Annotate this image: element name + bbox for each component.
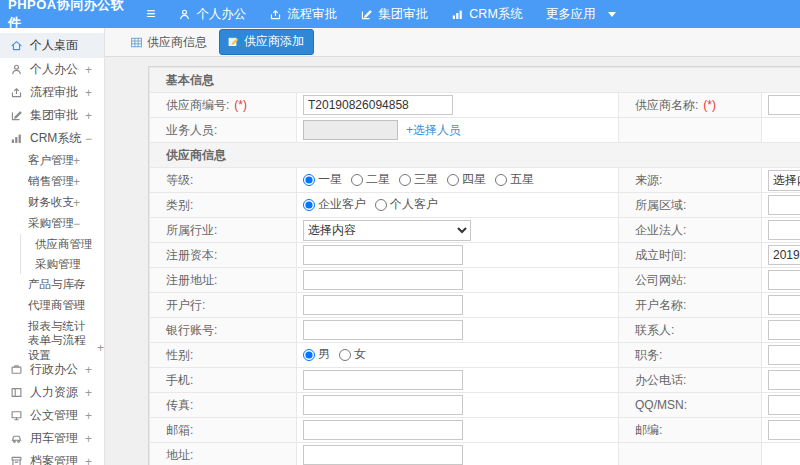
expand-toggle[interactable]: + — [85, 386, 92, 400]
sidebar-item-archive-mgmt[interactable]: 档案管理+ — [0, 450, 104, 465]
expand-toggle[interactable]: + — [85, 455, 92, 465]
sidebar-item-finance-mgmt[interactable]: 财务收支+ — [0, 192, 104, 213]
registered-capital-input[interactable] — [303, 245, 463, 265]
expand-toggle[interactable]: + — [73, 154, 80, 168]
supplier-name-input[interactable] — [768, 95, 800, 115]
sidebar-item-document-mgmt[interactable]: 公文管理+ — [0, 404, 104, 427]
expand-toggle[interactable]: + — [85, 109, 92, 123]
form-row: 等级:一星二星三星四星五星来源:选择内容 — [150, 168, 800, 193]
gender-radios[interactable] — [303, 349, 315, 361]
level-radios-option[interactable]: 一星 — [303, 171, 342, 188]
supplier-code-input[interactable] — [303, 95, 453, 115]
top-nav-workflow-approval[interactable]: 流程审批 — [269, 6, 337, 23]
sidebar-item-supplier-mgmt[interactable]: 供应商管理 — [20, 234, 104, 254]
bank-branch-input[interactable] — [303, 295, 463, 315]
level-radios[interactable] — [303, 174, 315, 186]
sidebar-item-purchase-mgmt[interactable]: 采购管理− — [0, 213, 104, 234]
gender-radios[interactable] — [339, 349, 351, 361]
mobile-input[interactable] — [303, 370, 463, 390]
expand-toggle[interactable]: + — [85, 363, 92, 377]
supplier-info-tab[interactable]: 供应商信息 — [130, 34, 207, 51]
expand-toggle[interactable]: + — [73, 299, 80, 313]
gender-radios-option[interactable]: 女 — [339, 346, 366, 363]
sidebar-item-agent-mgmt[interactable]: 代理商管理+ — [0, 295, 104, 316]
level-radios-option[interactable]: 五星 — [495, 171, 534, 188]
sidebar-item-product-inventory[interactable]: 产品与库存+ — [0, 274, 104, 295]
top-nav-label: CRM系统 — [469, 6, 522, 23]
registered-address-input[interactable] — [303, 270, 463, 290]
label-text: 邮编: — [635, 423, 662, 437]
sidebar-item-form-flow-settings[interactable]: 表单与流程设置+ — [0, 337, 104, 358]
top-nav-group-approval[interactable]: 集团审批 — [360, 6, 428, 23]
field-label: 联系人: — [619, 318, 762, 343]
level-radios[interactable] — [399, 174, 411, 186]
sidebar-item-human-resources[interactable]: 人力资源+ — [0, 381, 104, 404]
level-radios-option[interactable]: 三星 — [399, 171, 438, 188]
expand-toggle[interactable]: − — [85, 132, 92, 146]
sidebar-item-workflow-approval[interactable]: 流程审批+ — [0, 81, 104, 104]
level-radios-option[interactable]: 二星 — [351, 171, 390, 188]
sidebar-item-sales-mgmt[interactable]: 销售管理+ — [0, 171, 104, 192]
field-label: 地址: — [150, 443, 297, 465]
supplier-add-tab[interactable]: 供应商添加 — [219, 29, 314, 55]
source-select[interactable]: 选择内容 — [768, 170, 800, 191]
menu-toggle-icon[interactable]: ≡ — [146, 6, 155, 22]
sidebar-item-group-approval[interactable]: 集团审批+ — [0, 104, 104, 127]
field-cell: +选择人员 — [297, 118, 619, 143]
sidebar-item-personal-desktop[interactable]: 个人桌面 — [0, 33, 104, 58]
top-nav-personal-office[interactable]: 个人办公 — [178, 6, 246, 23]
level-radios[interactable] — [351, 174, 363, 186]
category-radios[interactable] — [375, 199, 387, 211]
expand-toggle[interactable]: + — [85, 86, 92, 100]
expand-toggle[interactable]: + — [85, 432, 92, 446]
sidebar-item-purchasing[interactable]: 采购管理 — [20, 254, 104, 274]
account-name-input[interactable] — [768, 295, 800, 315]
qq-msn-input[interactable] — [768, 395, 800, 415]
sidebar-item-label: 用车管理 — [30, 430, 78, 447]
field-cell — [762, 368, 800, 393]
business-staff-input[interactable] — [303, 120, 398, 140]
gender-radios-option[interactable]: 男 — [303, 346, 330, 363]
top-nav-more-apps[interactable]: 更多应用 — [546, 6, 616, 23]
address-input[interactable] — [303, 445, 463, 465]
field-cell — [762, 268, 800, 293]
category-radios-option[interactable]: 个人客户 — [375, 196, 438, 213]
level-radios[interactable] — [447, 174, 459, 186]
select-person-link[interactable]: +选择人员 — [406, 123, 461, 137]
fax-input[interactable] — [303, 395, 463, 415]
top-nav-crm-system[interactable]: CRM系统 — [451, 6, 522, 23]
zip-code-input[interactable] — [768, 420, 800, 440]
level-radios[interactable] — [495, 174, 507, 186]
level-radios-option[interactable]: 四星 — [447, 171, 486, 188]
legal-person-input[interactable] — [768, 220, 800, 240]
field-cell — [762, 293, 800, 318]
expand-toggle[interactable]: + — [73, 196, 80, 210]
expand-toggle[interactable]: + — [97, 341, 104, 355]
founded-date-input[interactable] — [768, 245, 800, 265]
expand-toggle[interactable]: + — [73, 278, 80, 292]
expand-toggle[interactable]: + — [85, 409, 92, 423]
sidebar-item-personal-office[interactable]: 个人办公+ — [0, 58, 104, 81]
expand-toggle[interactable]: + — [73, 175, 80, 189]
expand-toggle[interactable]: − — [73, 217, 80, 231]
office-phone-input[interactable] — [768, 370, 800, 390]
position-input[interactable] — [768, 345, 800, 365]
bank-account-input[interactable] — [303, 320, 463, 340]
sidebar-item-crm-system[interactable]: CRM系统− — [0, 127, 104, 150]
category-radios-option[interactable]: 企业客户 — [303, 196, 366, 213]
section-title: 基本信息 — [150, 68, 800, 93]
industry-select[interactable]: 选择内容 — [303, 220, 471, 241]
sidebar-item-label: 采购管理 — [35, 257, 81, 272]
label-text: 所属行业: — [166, 223, 217, 237]
email-input[interactable] — [303, 420, 463, 440]
top-nav-label: 个人办公 — [196, 6, 246, 23]
expand-toggle[interactable]: + — [85, 63, 92, 77]
sidebar-item-customer-mgmt[interactable]: 客户管理+ — [0, 150, 104, 171]
sidebar-item-vehicle-mgmt[interactable]: 用车管理+ — [0, 427, 104, 450]
website-input[interactable] — [768, 270, 800, 290]
sidebar-item-admin-office[interactable]: 行政办公+ — [0, 358, 104, 381]
field-cell — [297, 293, 619, 318]
category-radios[interactable] — [303, 199, 315, 211]
contact-person-input[interactable] — [768, 320, 800, 340]
region-input[interactable] — [768, 195, 800, 215]
